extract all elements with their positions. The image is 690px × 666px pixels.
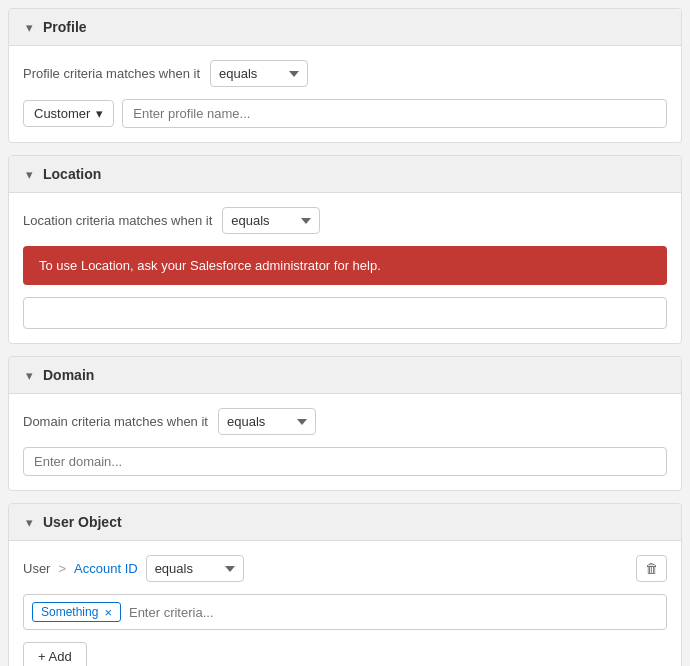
user-label: User bbox=[23, 561, 50, 576]
user-object-section-body: User > Account ID equals not equals cont… bbox=[9, 541, 681, 666]
profile-section: ▾ Profile Profile criteria matches when … bbox=[8, 8, 682, 143]
criteria-text-input[interactable] bbox=[129, 605, 658, 620]
profile-criteria-select[interactable]: equals not equals contains bbox=[210, 60, 308, 87]
delete-icon: 🗑 bbox=[645, 561, 658, 576]
user-object-criteria-select[interactable]: equals not equals contains bbox=[146, 555, 244, 582]
location-chevron-icon: ▾ bbox=[23, 168, 35, 180]
location-section-body: Location criteria matches when it equals… bbox=[9, 193, 681, 343]
location-section-title: Location bbox=[43, 166, 101, 182]
domain-chevron-icon: ▾ bbox=[23, 369, 35, 381]
domain-section-title: Domain bbox=[43, 367, 94, 383]
domain-section-header[interactable]: ▾ Domain bbox=[9, 357, 681, 394]
location-section: ▾ Location Location criteria matches whe… bbox=[8, 155, 682, 344]
location-text-input[interactable] bbox=[23, 297, 667, 329]
profile-section-title: Profile bbox=[43, 19, 87, 35]
profile-criteria-row: Profile criteria matches when it equals … bbox=[23, 60, 667, 87]
tag-close-button[interactable]: × bbox=[104, 606, 112, 619]
domain-criteria-label: Domain criteria matches when it bbox=[23, 414, 208, 429]
user-object-chevron-icon: ▾ bbox=[23, 516, 35, 528]
profile-criteria-label: Profile criteria matches when it bbox=[23, 66, 200, 81]
profile-chevron-icon: ▾ bbox=[23, 21, 35, 33]
profile-name-input[interactable] bbox=[122, 99, 667, 128]
profile-section-body: Profile criteria matches when it equals … bbox=[9, 46, 681, 142]
domain-input[interactable] bbox=[23, 447, 667, 476]
user-object-section-header[interactable]: ▾ User Object bbox=[9, 504, 681, 541]
tag-label: Something bbox=[41, 605, 98, 619]
add-button[interactable]: + Add bbox=[23, 642, 87, 666]
account-id-link[interactable]: Account ID bbox=[74, 561, 138, 576]
criteria-input-row[interactable]: Something × bbox=[23, 594, 667, 630]
location-criteria-label: Location criteria matches when it bbox=[23, 213, 212, 228]
profile-dropdown-label: Customer bbox=[34, 106, 90, 121]
location-section-header[interactable]: ▾ Location bbox=[9, 156, 681, 193]
profile-input-row: Customer ▾ bbox=[23, 99, 667, 128]
criteria-tag: Something × bbox=[32, 602, 121, 622]
breadcrumb-separator: > bbox=[58, 561, 66, 576]
profile-dropdown-chevron: ▾ bbox=[96, 106, 103, 121]
location-alert-message: To use Location, ask your Salesforce adm… bbox=[39, 258, 381, 273]
location-criteria-select[interactable]: equals not equals bbox=[222, 207, 320, 234]
domain-criteria-row: Domain criteria matches when it equals n… bbox=[23, 408, 667, 435]
profile-customer-dropdown[interactable]: Customer ▾ bbox=[23, 100, 114, 127]
domain-criteria-select[interactable]: equals not equals bbox=[218, 408, 316, 435]
domain-section: ▾ Domain Domain criteria matches when it… bbox=[8, 356, 682, 491]
add-button-label: + Add bbox=[38, 649, 72, 664]
profile-section-header[interactable]: ▾ Profile bbox=[9, 9, 681, 46]
delete-row-button[interactable]: 🗑 bbox=[636, 555, 667, 582]
location-criteria-row: Location criteria matches when it equals… bbox=[23, 207, 667, 234]
user-object-row: User > Account ID equals not equals cont… bbox=[23, 555, 667, 582]
user-object-section: ▾ User Object User > Account ID equals n… bbox=[8, 503, 682, 666]
user-object-section-title: User Object bbox=[43, 514, 122, 530]
location-alert-box: To use Location, ask your Salesforce adm… bbox=[23, 246, 667, 285]
domain-section-body: Domain criteria matches when it equals n… bbox=[9, 394, 681, 490]
